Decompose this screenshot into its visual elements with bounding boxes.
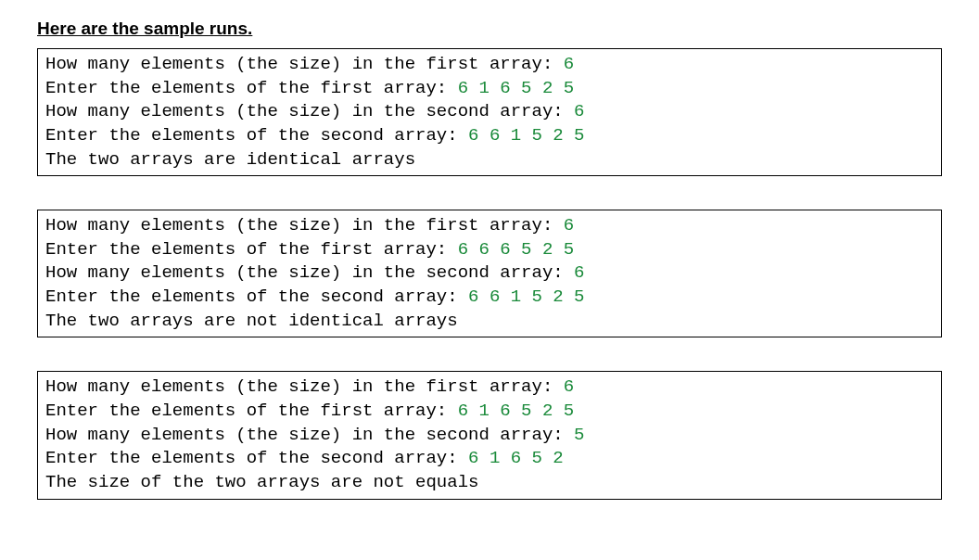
prompt-text: Enter the elements of the second array:	[45, 125, 468, 146]
prompt-text: How many elements (the size) in the firs…	[45, 215, 564, 235]
sample-line: The two arrays are not identical arrays	[45, 310, 934, 334]
prompt-text: The two arrays are not identical arrays	[45, 311, 458, 331]
input-value: 6 1 6 5 2	[468, 448, 564, 468]
prompt-text: How many elements (the size) in the firs…	[45, 54, 564, 74]
input-value: 6 1 6 5 2 5	[458, 401, 574, 421]
prompt-text: How many elements (the size) in the firs…	[45, 376, 564, 397]
sample-line: Enter the elements of the second array: …	[45, 447, 934, 471]
input-value: 6 6 1 5 2 5	[468, 125, 584, 146]
section-heading: Here are the sample runs.	[37, 19, 942, 39]
input-value: 6 6 6 5 2 5	[458, 239, 574, 260]
sample-line: How many elements (the size) in the firs…	[45, 214, 934, 238]
sample-line: How many elements (the size) in the firs…	[45, 53, 934, 77]
prompt-text: Enter the elements of the first array:	[45, 401, 458, 421]
prompt-text: How many elements (the size) in the seco…	[45, 262, 574, 283]
input-value: 6 6 1 5 2 5	[468, 286, 584, 307]
sample-run-box: How many elements (the size) in the firs…	[37, 371, 942, 499]
sample-line: Enter the elements of the first array: 6…	[45, 238, 934, 262]
sample-line: Enter the elements of the second array: …	[45, 286, 934, 310]
sample-line: Enter the elements of the first array: 6…	[45, 400, 934, 424]
sample-line: How many elements (the size) in the seco…	[45, 261, 934, 286]
sample-run-box: How many elements (the size) in the firs…	[37, 210, 942, 337]
sample-line: Enter the elements of the first array: 6…	[45, 77, 934, 101]
input-value: 6	[564, 215, 574, 235]
input-value: 5	[574, 425, 584, 445]
prompt-text: The size of the two arrays are not equal…	[45, 472, 478, 492]
sample-line: How many elements (the size) in the seco…	[45, 100, 934, 124]
sample-line: Enter the elements of the second array: …	[45, 124, 934, 148]
prompt-text: The two arrays are identical arrays	[45, 149, 415, 170]
sample-line: The size of the two arrays are not equal…	[45, 471, 934, 495]
sample-line: How many elements (the size) in the seco…	[45, 424, 934, 448]
input-value: 6	[574, 101, 584, 121]
prompt-text: Enter the elements of the first array:	[45, 78, 458, 98]
prompt-text: Enter the elements of the second array:	[45, 286, 468, 307]
prompt-text: Enter the elements of the second array:	[45, 448, 468, 468]
prompt-text: How many elements (the size) in the seco…	[45, 101, 574, 121]
sample-run-box: How many elements (the size) in the firs…	[37, 48, 942, 176]
prompt-text: How many elements (the size) in the seco…	[45, 425, 574, 445]
input-value: 6	[564, 54, 574, 74]
sample-line: How many elements (the size) in the firs…	[45, 375, 934, 400]
input-value: 6	[564, 376, 574, 397]
input-value: 6 1 6 5 2 5	[458, 78, 574, 98]
sample-line: The two arrays are identical arrays	[45, 148, 934, 172]
prompt-text: Enter the elements of the first array:	[45, 239, 458, 260]
input-value: 6	[574, 262, 584, 283]
